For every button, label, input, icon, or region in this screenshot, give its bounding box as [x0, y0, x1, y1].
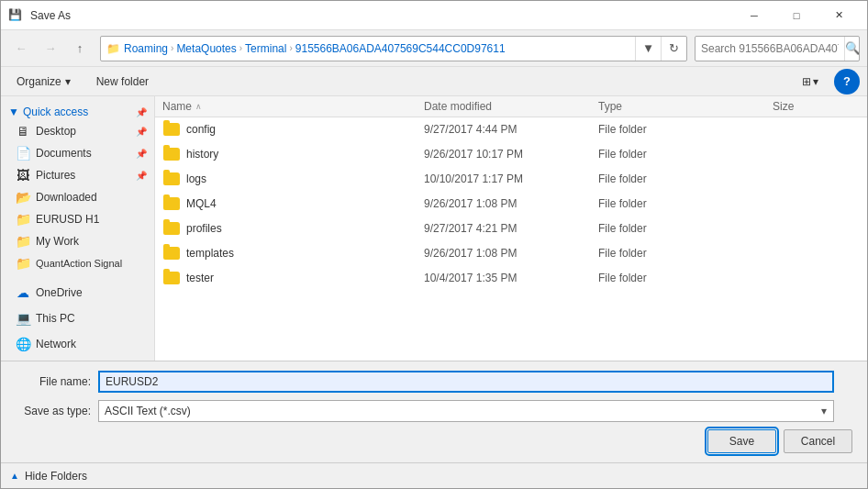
dropdown-button[interactable]: ▼ — [635, 37, 661, 61]
search-bar[interactable]: 🔍 — [695, 36, 860, 61]
table-row[interactable]: history 9/26/2017 10:17 PM File folder — [155, 142, 867, 167]
up-button[interactable]: ↑ — [67, 36, 93, 61]
file-list: config 9/27/2017 4:44 PM File folder his… — [155, 117, 867, 361]
filename-label: File name: — [16, 375, 98, 388]
sidebar-item-desktop[interactable]: 🖥 Desktop 📌 — [1, 120, 154, 142]
title-bar-controls: ─ □ ✕ — [733, 1, 860, 30]
save-button[interactable]: Save — [707, 429, 776, 453]
mywork-icon: 📁 — [16, 234, 30, 249]
file-name: templates — [162, 244, 424, 262]
sidebar-item-thispc[interactable]: 💻 This PC — [1, 307, 154, 329]
sidebar-item-eurusd[interactable]: 📁 EURUSD H1 — [1, 208, 154, 230]
window-title: Save As — [30, 9, 733, 22]
view-button[interactable]: ⊞ ▾ — [794, 71, 827, 93]
sidebar-item-network[interactable]: 🌐 Network — [1, 333, 154, 355]
table-row[interactable]: config 9/27/2017 4:44 PM File folder — [155, 117, 867, 142]
table-row[interactable]: MQL4 9/26/2017 1:08 PM File folder — [155, 192, 867, 217]
file-name: tester — [162, 269, 424, 287]
organize-button[interactable]: Organize ▾ — [8, 71, 79, 93]
pinned-icon-3: 📌 — [136, 171, 147, 181]
sidebar-item-pictures[interactable]: 🖼 Pictures 📌 — [1, 164, 154, 186]
close-button[interactable]: ✕ — [818, 1, 860, 30]
back-button[interactable]: ← — [8, 36, 34, 61]
refresh-button[interactable]: ↻ — [661, 37, 686, 61]
minimize-button[interactable]: ─ — [733, 1, 775, 30]
view-arrow-icon: ▾ — [813, 75, 818, 88]
crumb-terminal[interactable]: Terminal — [245, 42, 286, 55]
folder-file-icon — [162, 170, 181, 188]
file-type: File folder — [598, 222, 773, 235]
file-list-header: Name ∧ Date modified Type Size — [155, 96, 867, 117]
column-name[interactable]: Name ∧ — [162, 100, 424, 113]
sidebar-item-label: OneDrive — [36, 286, 83, 299]
sidebar-item-mywork[interactable]: 📁 My Work — [1, 230, 154, 252]
title-bar: 💾 Save As ─ □ ✕ — [1, 1, 867, 30]
file-type: File folder — [598, 272, 773, 284]
view-icon: ⊞ — [802, 75, 811, 88]
sidebar-item-onedrive[interactable]: ☁ OneDrive — [1, 282, 154, 304]
desktop-icon: 🖥 — [16, 124, 30, 139]
sidebar-item-label: Pictures — [36, 169, 75, 182]
folder-file-icon — [162, 194, 181, 213]
column-size[interactable]: Size — [773, 100, 860, 113]
breadcrumb: 📁 Roaming › MetaQuotes › Terminal › 9155… — [101, 42, 635, 55]
crumb-hash[interactable]: 915566BA06ADA407569C544CC0D97611 — [295, 42, 506, 55]
new-folder-button[interactable]: New folder — [86, 71, 159, 93]
crumb-separator: › — [171, 43, 173, 53]
sidebar: ▼ Quick access 📌 🖥 Desktop 📌 📄 Documents… — [1, 96, 155, 361]
folder-file-icon — [162, 120, 181, 139]
content-area: ▼ Quick access 📌 🖥 Desktop 📌 📄 Documents… — [1, 96, 867, 361]
table-row[interactable]: tester 10/4/2017 1:35 PM File folder — [155, 266, 867, 291]
onedrive-icon: ☁ — [16, 285, 30, 300]
forward-button[interactable]: → — [38, 36, 63, 61]
search-button[interactable]: 🔍 — [844, 37, 860, 61]
chevron-down-icon: ▼ — [8, 106, 19, 118]
footer-buttons: Save Cancel — [16, 429, 852, 453]
table-row[interactable]: templates 9/26/2017 1:08 PM File folder — [155, 241, 867, 266]
chevron-up-icon: ▲ — [10, 471, 19, 481]
crumb-roaming[interactable]: Roaming — [124, 42, 168, 55]
crumb-metaquotes[interactable]: MetaQuotes — [176, 42, 236, 55]
sidebar-item-label: Network — [36, 338, 76, 350]
sidebar-item-documents[interactable]: 📄 Documents 📌 — [1, 142, 154, 164]
hide-folders-bar[interactable]: ▲ Hide Folders — [1, 462, 867, 488]
help-button[interactable]: ? — [834, 69, 860, 94]
cancel-button[interactable]: Cancel — [784, 429, 852, 453]
window-icon: 💾 — [8, 8, 23, 23]
sidebar-item-label: This PC — [36, 312, 75, 325]
file-date: 9/27/2017 4:44 PM — [424, 123, 598, 136]
search-icon: 🔍 — [845, 41, 860, 55]
search-input[interactable] — [696, 42, 844, 55]
toolbar: ← → ↑ 📁 Roaming › MetaQuotes › Terminal … — [1, 30, 867, 67]
sidebar-item-quantaction[interactable]: 📁 QuantAction Signal — [1, 252, 154, 274]
filetype-label: Save as type: — [16, 405, 98, 417]
table-row[interactable]: logs 10/10/2017 1:17 PM File folder — [155, 167, 867, 192]
sidebar-item-label: QuantAction Signal — [36, 258, 122, 269]
footer-area: File name: Save as type: ASCII Text (*.c… — [1, 361, 867, 462]
column-type[interactable]: Type — [598, 100, 773, 113]
column-date[interactable]: Date modified — [424, 100, 598, 113]
sidebar-item-downloaded[interactable]: 📂 Downloaded — [1, 186, 154, 208]
filename-input[interactable] — [98, 371, 834, 393]
file-name: config — [162, 120, 424, 139]
documents-icon: 📄 — [16, 146, 30, 161]
file-type: File folder — [598, 197, 773, 210]
filetype-select-wrapper: ASCII Text (*.csv)CSV (*.csv)Text (*.txt… — [98, 400, 834, 422]
sort-arrow-icon: ∧ — [195, 102, 202, 111]
sidebar-item-label: Desktop — [36, 125, 76, 138]
maximize-button[interactable]: □ — [775, 1, 818, 30]
file-date: 9/26/2017 1:08 PM — [424, 197, 598, 210]
downloaded-icon: 📂 — [16, 190, 30, 205]
table-row[interactable]: profiles 9/27/2017 4:21 PM File folder — [155, 217, 867, 241]
quick-access-header[interactable]: ▼ Quick access 📌 — [1, 100, 154, 120]
folder-file-icon — [162, 145, 181, 163]
filetype-select[interactable]: ASCII Text (*.csv)CSV (*.csv)Text (*.txt… — [98, 400, 834, 422]
address-bar[interactable]: 📁 Roaming › MetaQuotes › Terminal › 9155… — [100, 36, 687, 61]
sidebar-item-label: Documents — [36, 147, 92, 160]
file-type: File folder — [598, 247, 773, 260]
file-date: 10/4/2017 1:35 PM — [424, 272, 598, 284]
sidebar-item-label: My Work — [36, 235, 79, 248]
file-date: 9/26/2017 10:17 PM — [424, 148, 598, 161]
help-icon: ? — [843, 74, 851, 88]
organize-label: Organize — [17, 75, 61, 88]
